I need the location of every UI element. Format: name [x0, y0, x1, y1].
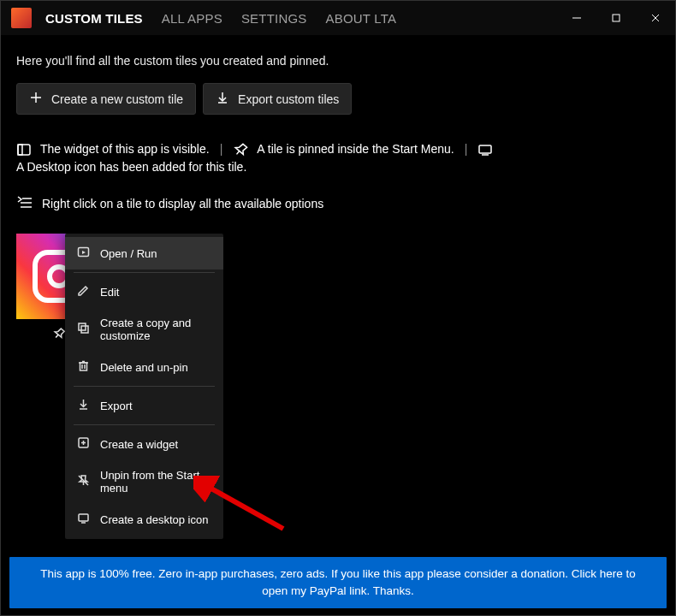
create-tile-label: Create a new custom tile	[51, 92, 183, 106]
create-tile-button[interactable]: Create a new custom tile	[16, 83, 196, 115]
unpin-icon	[77, 474, 90, 489]
donation-banner[interactable]: This app is 100% free. Zero in-app purch…	[9, 557, 667, 609]
export-tiles-label: Export custom tiles	[238, 92, 339, 106]
svg-rect-1	[613, 15, 620, 21]
plus-icon	[29, 91, 43, 107]
ctx-desktop-label: Create a desktop icon	[100, 513, 208, 526]
pin-icon	[233, 142, 248, 157]
desktop-icon	[77, 512, 90, 527]
ctx-edit[interactable]: Edit	[65, 275, 223, 308]
pencil-icon	[77, 284, 90, 299]
ctx-unpin-label: Unpin from the Start menu	[100, 469, 211, 495]
nav-tabs: CUSTOM TILES ALL APPS SETTINGS ABOUT LTA	[45, 11, 396, 26]
maximize-button[interactable]	[596, 1, 636, 35]
download-icon	[77, 398, 90, 413]
download-icon	[216, 91, 229, 107]
legend-widget-text: The widget of this app is visible.	[40, 140, 210, 158]
titlebar: CUSTOM TILES ALL APPS SETTINGS ABOUT LTA	[1, 1, 675, 35]
ctx-export[interactable]: Export	[65, 389, 223, 422]
app-logo	[11, 8, 32, 28]
legend-pin-text: A tile is pinned inside the Start Menu.	[257, 140, 454, 158]
widget-add-icon	[77, 436, 90, 452]
ctx-divider	[74, 386, 215, 387]
svg-line-16	[56, 335, 58, 337]
svg-rect-8	[18, 145, 30, 155]
ctx-copy-label: Create a copy and customize	[100, 317, 211, 342]
intro-text: Here you'll find all the custom tiles yo…	[16, 54, 660, 68]
window-buttons	[557, 1, 675, 35]
ctx-divider	[74, 424, 215, 425]
ctx-open-label: Open / Run	[100, 247, 157, 260]
ctx-copy[interactable]: Create a copy and customize	[65, 308, 223, 351]
donation-text: This app is 100% free. Zero in-app purch…	[40, 567, 636, 597]
ctx-edit-label: Edit	[100, 286, 119, 299]
export-tiles-button[interactable]: Export custom tiles	[203, 83, 352, 115]
context-menu: Open / Run Edit Create a copy and custom…	[65, 234, 223, 539]
ctx-desktop-icon[interactable]: Create a desktop icon	[65, 503, 223, 536]
ctx-delete[interactable]: Delete and un-pin	[65, 351, 223, 383]
legend: The widget of this app is visible. | A t…	[16, 140, 660, 176]
ctx-widget-label: Create a widget	[100, 438, 178, 451]
close-button[interactable]	[636, 1, 675, 35]
trash-icon	[77, 359, 90, 375]
svg-rect-21	[80, 363, 87, 370]
ctx-widget[interactable]: Create a widget	[65, 428, 223, 460]
ctx-delete-label: Delete and un-pin	[100, 361, 188, 374]
tab-settings[interactable]: SETTINGS	[241, 11, 307, 26]
legend-separator: |	[465, 140, 468, 158]
svg-rect-11	[479, 145, 491, 153]
ctx-unpin[interactable]: Unpin from the Start menu	[65, 460, 223, 503]
svg-marker-18	[82, 251, 86, 254]
legend-desktop-text: A Desktop icon has been added for this t…	[16, 158, 246, 176]
run-icon	[77, 246, 90, 261]
ctx-export-label: Export	[100, 400, 133, 412]
ctx-open-run[interactable]: Open / Run	[65, 237, 223, 270]
tab-about[interactable]: ABOUT LTA	[326, 11, 397, 26]
action-buttons: Create a new custom tile Export custom t…	[16, 83, 660, 115]
widget-icon	[16, 142, 32, 157]
legend-separator: |	[220, 140, 223, 158]
tab-custom-tiles[interactable]: CUSTOM TILES	[45, 11, 143, 26]
rightclick-hint: Right click on a tile to display all the…	[16, 195, 660, 211]
copy-icon	[77, 322, 90, 337]
svg-line-10	[237, 151, 240, 154]
minimize-button[interactable]	[557, 1, 596, 35]
ctx-divider	[74, 272, 215, 273]
desktop-icon	[477, 142, 493, 157]
svg-rect-19	[79, 323, 86, 330]
rightclick-hint-text: Right click on a tile to display all the…	[42, 197, 323, 210]
svg-rect-9	[18, 145, 22, 155]
svg-rect-33	[79, 514, 88, 521]
tab-all-apps[interactable]: ALL APPS	[162, 11, 222, 26]
list-icon	[16, 195, 33, 211]
svg-rect-20	[81, 326, 88, 333]
